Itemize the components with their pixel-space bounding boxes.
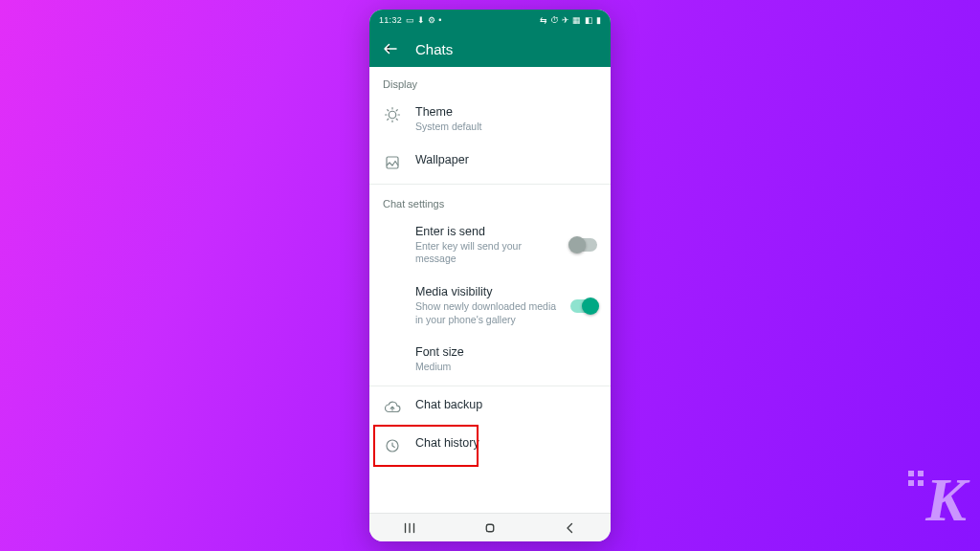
wallpaper-icon [383,153,402,172]
row-font-size-sub: Medium [415,361,597,374]
row-wallpaper-title: Wallpaper [415,153,597,166]
section-header-display: Display [369,67,611,96]
row-wallpaper[interactable]: Wallpaper [369,143,611,182]
row-theme-sub: System default [415,121,597,134]
cloud-upload-icon [383,398,402,417]
recents-icon [401,519,418,537]
row-enter-is-send[interactable]: Enter is send Enter key will send your m… [369,215,611,276]
svg-point-0 [389,111,396,119]
row-media-visibility-sub: Show newly downloaded media in your phon… [415,300,557,326]
page-title: Chats [415,41,453,57]
phone-frame: 11:32 ▭ ⬇ ⚙ • ⇆ ⏱ ✈ ▦ ◧ ▮ Chats Display [369,10,611,541]
toggle-media-visibility[interactable] [570,299,597,313]
row-media-visibility-title: Media visibility [415,285,557,298]
background-gradient: 11:32 ▭ ⬇ ⚙ • ⇆ ⏱ ✈ ▦ ◧ ▮ Chats Display [0,0,980,551]
row-enter-is-send-sub: Enter key will send your message [415,240,557,266]
row-theme[interactable]: Theme System default [369,96,611,143]
row-chat-history[interactable]: Chat history [369,427,611,465]
row-chat-history-title: Chat history [415,436,597,450]
section-header-chat-settings: Chat settings [369,187,611,215]
divider [369,386,611,386]
android-nav-bar [369,513,611,541]
brightness-icon [383,105,402,124]
row-chat-backup-title: Chat backup [415,398,597,411]
history-icon [383,436,402,455]
nav-back-button[interactable] [551,518,590,538]
back-button[interactable] [381,39,400,58]
status-time: 11:32 [379,16,402,25]
settings-content: Display Theme System default Wallpaper [369,67,611,513]
toggle-enter-is-send[interactable] [570,238,597,252]
watermark-logo: K [925,465,963,536]
row-font-size[interactable]: Font size Medium [369,336,611,384]
status-left-icons: ▭ ⬇ ⚙ • [406,16,442,25]
nav-recents-button[interactable] [390,518,429,538]
svg-rect-3 [486,524,494,532]
row-font-size-title: Font size [415,345,597,359]
status-bar: 11:32 ▭ ⬇ ⚙ • ⇆ ⏱ ✈ ▦ ◧ ▮ [369,10,611,31]
nav-home-button[interactable] [471,518,509,538]
row-theme-title: Theme [415,105,597,119]
chevron-left-icon [562,519,579,537]
status-right-icons: ⇆ ⏱ ✈ ▦ ◧ ▮ [540,16,601,25]
arrow-left-icon [382,40,399,57]
home-icon [481,519,499,537]
app-bar: Chats [369,31,611,67]
row-media-visibility[interactable]: Media visibility Show newly downloaded m… [369,276,611,336]
row-chat-backup[interactable]: Chat backup [369,388,611,427]
row-enter-is-send-title: Enter is send [415,225,557,238]
divider [369,184,611,185]
